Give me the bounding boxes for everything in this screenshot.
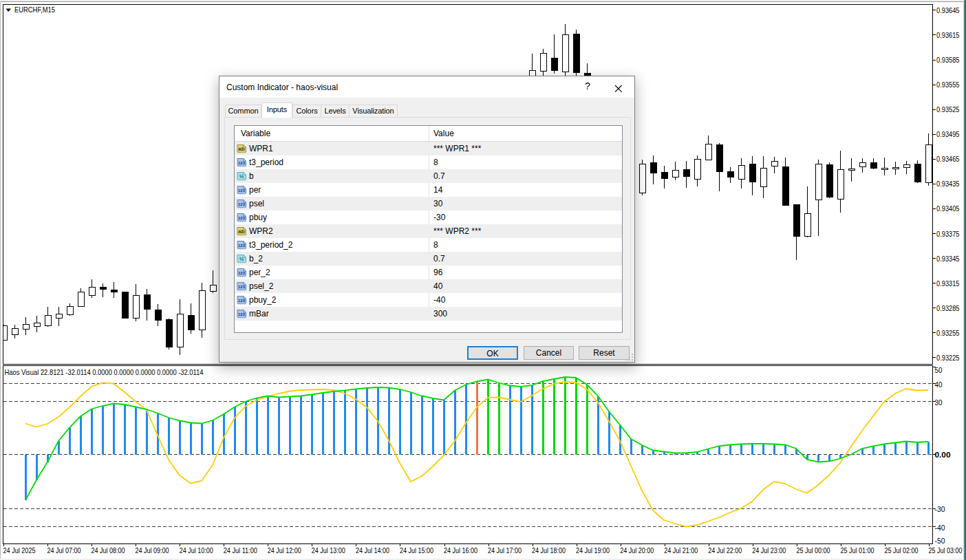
svg-text:-40: -40 xyxy=(935,524,945,532)
svg-text:25 Jul 00:00: 25 Jul 00:00 xyxy=(796,546,830,554)
svg-text:0.93615: 0.93615 xyxy=(936,31,960,39)
svg-text:EURCHF,M15: EURCHF,M15 xyxy=(14,6,55,14)
svg-text:25 Jul 02:00: 25 Jul 02:00 xyxy=(885,546,919,554)
svg-text:½: ½ xyxy=(239,173,244,180)
svg-text:24 Jul 22:00: 24 Jul 22:00 xyxy=(708,546,742,554)
svg-text:ab: ab xyxy=(238,228,244,235)
svg-text:24 Jul 14:00: 24 Jul 14:00 xyxy=(356,546,389,554)
svg-text:0.93525: 0.93525 xyxy=(936,105,960,114)
svg-text:0.93345: 0.93345 xyxy=(936,255,960,263)
svg-text:0.93315: 0.93315 xyxy=(936,279,960,288)
svg-text:40: 40 xyxy=(935,380,943,389)
svg-text:-50: -50 xyxy=(935,537,945,545)
svg-text:24 Jul 20:00: 24 Jul 20:00 xyxy=(620,546,654,554)
svg-text:30: 30 xyxy=(935,398,943,407)
svg-text:24 Jul 15:00: 24 Jul 15:00 xyxy=(400,546,433,554)
svg-text:Haos Visual 22.8121 -32.0114 0: Haos Visual 22.8121 -32.0114 0.0000 0.00… xyxy=(5,368,204,376)
svg-text:24 Jul 10:00: 24 Jul 10:00 xyxy=(180,546,213,554)
svg-text:0.93285: 0.93285 xyxy=(936,304,960,312)
svg-text:24 Jul 09:00: 24 Jul 09:00 xyxy=(136,546,169,554)
svg-text:0.93435: 0.93435 xyxy=(936,180,960,188)
svg-text:25 Jul 01:00: 25 Jul 01:00 xyxy=(841,546,874,554)
svg-text:123: 123 xyxy=(238,202,246,206)
svg-text:0.93255: 0.93255 xyxy=(936,329,960,337)
svg-text:24 Jul 2025: 24 Jul 2025 xyxy=(3,546,36,554)
svg-text:123: 123 xyxy=(238,216,246,220)
svg-text:24 Jul 11:00: 24 Jul 11:00 xyxy=(224,546,257,554)
svg-text:24 Jul 12:00: 24 Jul 12:00 xyxy=(268,546,301,554)
svg-text:-30: -30 xyxy=(935,505,945,513)
svg-text:25 Jul 03:00: 25 Jul 03:00 xyxy=(929,546,963,554)
svg-text:0.93555: 0.93555 xyxy=(936,80,960,89)
svg-text:123: 123 xyxy=(238,312,246,316)
svg-text:24 Jul 19:00: 24 Jul 19:00 xyxy=(576,546,610,554)
svg-text:123: 123 xyxy=(238,271,246,275)
svg-text:0.93495: 0.93495 xyxy=(936,130,960,138)
svg-text:ab: ab xyxy=(238,146,244,152)
svg-text:0.93225: 0.93225 xyxy=(936,354,960,362)
svg-text:24 Jul 08:00: 24 Jul 08:00 xyxy=(92,546,125,554)
svg-text:24 Jul 16:00: 24 Jul 16:00 xyxy=(444,546,477,554)
svg-text:123: 123 xyxy=(238,299,246,303)
svg-text:24 Jul 13:00: 24 Jul 13:00 xyxy=(312,546,345,554)
svg-text:123: 123 xyxy=(238,189,246,193)
svg-text:24 Jul 23:00: 24 Jul 23:00 xyxy=(752,546,786,554)
svg-text:0.93585: 0.93585 xyxy=(936,56,960,64)
svg-text:0.93405: 0.93405 xyxy=(936,204,960,213)
svg-text:123: 123 xyxy=(238,244,246,248)
svg-text:24 Jul 18:00: 24 Jul 18:00 xyxy=(532,546,566,554)
svg-text:123: 123 xyxy=(238,285,246,289)
svg-text:0.00: 0.00 xyxy=(935,451,951,459)
svg-text:123: 123 xyxy=(238,161,246,165)
svg-text:24 Jul 07:00: 24 Jul 07:00 xyxy=(47,546,81,554)
svg-text:24 Jul 17:00: 24 Jul 17:00 xyxy=(488,546,522,554)
svg-text:24 Jul 21:00: 24 Jul 21:00 xyxy=(664,546,698,554)
svg-text:½: ½ xyxy=(239,256,244,262)
svg-text:50: 50 xyxy=(935,366,943,374)
svg-text:0.93465: 0.93465 xyxy=(936,155,960,163)
svg-text:0.93375: 0.93375 xyxy=(936,230,960,238)
svg-text:0.93645: 0.93645 xyxy=(936,6,960,14)
